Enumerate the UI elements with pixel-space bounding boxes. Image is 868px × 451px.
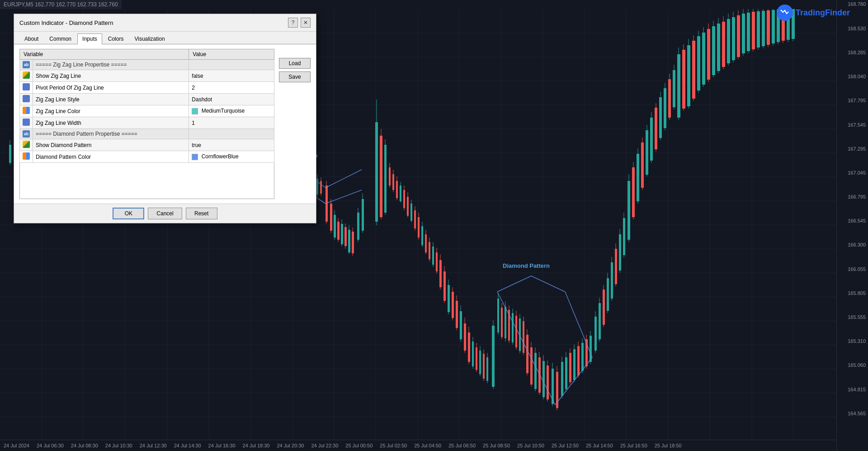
ab-icon-2: ab <box>23 130 30 138</box>
color-swatch-turquoise <box>192 108 198 114</box>
table-row: Show Zig Zag Line false <box>20 70 274 82</box>
row-value-1[interactable]: false <box>189 70 274 82</box>
table-row: Zig Zag Line Width 1 <box>20 117 274 129</box>
row-variable-5: Zig Zag Line Width <box>33 117 189 129</box>
color-swatch-cornflower <box>192 154 198 160</box>
row-variable-0: ===== Zig Zag Line Propertise ===== <box>33 60 189 70</box>
dialog-title: Custom Indicator - Diamond Pattern <box>19 19 113 26</box>
table-row: Show Diamond Pattern true <box>20 139 274 151</box>
row-value-0 <box>189 60 274 70</box>
ok-button[interactable]: OK <box>113 208 144 219</box>
row-value-6 <box>189 129 274 139</box>
dialog-footer: OK Cancel Reset <box>14 204 316 223</box>
table-row: ab ===== Zig Zag Line Propertise ===== <box>20 60 274 70</box>
row-variable-6: ===== Diamond Pattern Propertise ===== <box>33 129 189 139</box>
close-button[interactable]: ✕ <box>301 18 311 28</box>
row-value-7[interactable]: true <box>189 139 274 151</box>
tabs-bar: About Common Inputs Colors Visualization <box>14 32 316 44</box>
zigzag-icon <box>23 83 30 90</box>
table-wrapper: Variable Value ab ===== Zig Zag Line Pro… <box>19 49 311 199</box>
main-table-area: Variable Value ab ===== Zig Zag Line Pro… <box>19 49 274 199</box>
table-row: ab ===== Diamond Pattern Propertise ====… <box>20 129 274 139</box>
row-variable-1: Show Zig Zag Line <box>33 70 189 82</box>
empty-area <box>19 163 274 199</box>
row-value-5[interactable]: 1 <box>189 117 274 129</box>
row-icon-1 <box>20 70 33 82</box>
tab-visualization[interactable]: Visualization <box>129 33 170 44</box>
dialog-body: Variable Value ab ===== Zig Zag Line Pro… <box>14 44 316 204</box>
zigzag-style-icon <box>23 95 30 102</box>
col-value-header: Value <box>189 49 274 60</box>
row-value-3[interactable]: Dashdot <box>189 94 274 105</box>
row-variable-8: Diamond Pattern Color <box>33 151 189 163</box>
row-value-2[interactable]: 2 <box>189 82 274 94</box>
table-row: Diamond Pattern Color CornflowerBlue <box>20 151 274 163</box>
col-variable-header: Variable <box>20 49 189 60</box>
row-variable-4: Zig Zag Line Color <box>33 105 189 117</box>
tab-inputs[interactable]: Inputs <box>77 33 102 44</box>
arrow-icon <box>23 71 30 79</box>
row-variable-2: Pivot Period Of Zig Zag Line <box>33 82 189 94</box>
table-row: Pivot Period Of Zig Zag Line 2 <box>20 82 274 94</box>
table-row: Zig Zag Line Color MediumTurquoise <box>20 105 274 117</box>
row-icon-4 <box>20 105 33 117</box>
row-value-4[interactable]: MediumTurquoise <box>189 105 274 117</box>
tab-colors[interactable]: Colors <box>103 33 129 44</box>
arrow-icon-2 <box>23 141 30 148</box>
help-button[interactable]: ? <box>288 18 298 28</box>
row-variable-7: Show Diamond Pattern <box>33 139 189 151</box>
row-icon-0: ab <box>20 60 33 70</box>
cancel-button[interactable]: Cancel <box>148 208 182 219</box>
ab-icon: ab <box>23 61 30 68</box>
row-icon-6: ab <box>20 129 33 139</box>
row-value-8[interactable]: CornflowerBlue <box>189 151 274 163</box>
row-icon-8 <box>20 151 33 163</box>
row-icon-3 <box>20 94 33 105</box>
save-button[interactable]: Save <box>279 71 311 82</box>
modal-overlay: Custom Indicator - Diamond Pattern ? ✕ A… <box>0 0 868 451</box>
params-table: Variable Value ab ===== Zig Zag Line Pro… <box>19 49 274 163</box>
row-icon-7 <box>20 139 33 151</box>
color-icon <box>23 107 30 114</box>
row-icon-2 <box>20 82 33 94</box>
table-row: Zig Zag Line Style Dashdot <box>20 94 274 105</box>
color-icon-2 <box>23 152 30 160</box>
dialog-titlebar: Custom Indicator - Diamond Pattern ? ✕ <box>14 14 316 32</box>
dialog: Custom Indicator - Diamond Pattern ? ✕ A… <box>14 14 316 223</box>
tab-about[interactable]: About <box>19 33 43 44</box>
row-variable-3: Zig Zag Line Style <box>33 94 189 105</box>
reset-button[interactable]: Reset <box>186 208 217 219</box>
dialog-controls: ? ✕ <box>288 18 311 28</box>
tab-common[interactable]: Common <box>44 33 76 44</box>
row-icon-5 <box>20 117 33 129</box>
zigzag-width-icon <box>23 119 30 126</box>
side-panel: Load Save <box>279 49 311 199</box>
load-button[interactable]: Load <box>279 58 311 69</box>
